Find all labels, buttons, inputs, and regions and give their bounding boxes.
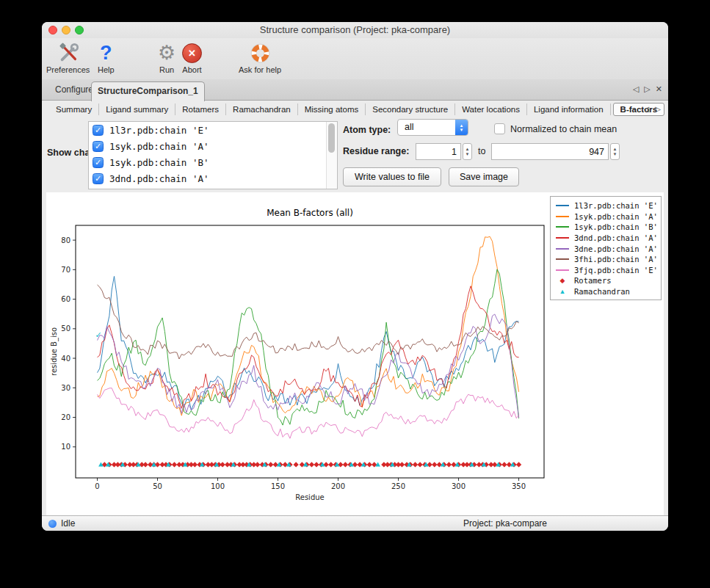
residue-to-field[interactable] [491,143,609,160]
toolbar-ask-for-help-button[interactable]: Ask for help [239,41,281,74]
legend-line-swatch [555,216,570,217]
svg-text:150: 150 [271,482,285,490]
normalized-checkbox[interactable] [494,123,505,134]
main-tab-bar: ConfigureStructureComparison_1 ◁ ▷ ✕ [42,79,668,101]
legend-label: Rotamers [574,276,612,285]
subtab-nav-left-icon[interactable]: ◁ [644,105,650,113]
chain-checkbox[interactable]: ✓ [93,157,104,168]
legend-line-swatch [555,226,570,228]
toolbar-preferences-button[interactable]: Preferences [46,41,90,74]
tab-nav-right-icon[interactable]: ▷ [644,84,650,94]
chain-row[interactable]: ✓3dnd.pdb:chain 'A' [89,170,337,186]
legend-triangle-icon: ▲ [555,288,570,295]
dropdown-stepper-icon[interactable]: ▲▼ [455,120,468,135]
legend-entry: ▲Ramachandran [555,286,658,297]
svg-text:200: 200 [331,482,345,490]
legend-entry: ◆Rotamers [555,275,658,286]
subtab-nav-right-icon[interactable]: ▷ [655,105,661,113]
residue-to-stepper[interactable]: ▲▼ [610,143,620,160]
svg-text:300: 300 [452,482,466,490]
chain-checkbox[interactable]: ✓ [93,141,104,152]
subtab-water-locations[interactable]: Water locations [455,104,527,115]
svg-text:10: 10 [61,443,70,451]
normalized-label: Normalized to chain mean [510,124,617,134]
chain-label: 1l3r.pdb:chain 'E' [109,125,209,136]
svg-text:100: 100 [211,482,225,490]
toolbar-label: Preferences [46,65,90,74]
tab-nav-left-icon[interactable]: ◁ [633,84,639,94]
sub-tabs: SummaryLigand summaryRotamersRamachandra… [49,103,667,116]
legend-entry: 3fhi.pdb:chain 'A' [555,254,658,265]
residue-range-label: Residue range: [343,146,409,156]
svg-text:80: 80 [61,236,70,244]
residue-from-stepper[interactable]: ▲▼ [463,143,472,160]
scrollbar-thumb[interactable] [328,123,335,153]
question-mark-icon: ? [100,41,112,65]
svg-text:Mean B-factors (all): Mean B-factors (all) [267,208,353,218]
status-text: Idle [61,518,75,529]
legend-label: 3fhi.pdb:chain 'A' [574,255,658,264]
chart-legend: 1l3r.pdb:chain 'E'1syk.pdb:chain 'A'1syk… [550,196,662,300]
chain-row[interactable]: ✓1l3r.pdb:chain 'E' [89,122,337,138]
legend-entry: 1syk.pdb:chain 'B' [555,222,658,233]
legend-entry: 3dnd.pdb:chain 'A' [555,233,658,244]
svg-text:350: 350 [512,482,526,490]
toolbar-help-button[interactable]: ?Help [98,41,115,74]
chart-panel: 0501001502002503003501020304050607080✓Me… [46,192,664,515]
svg-text:residue B_iso: residue B_iso [50,327,59,376]
atom-type-dropdown[interactable]: all ▲▼ [397,119,468,136]
to-label: to [478,146,485,156]
svg-text:50: 50 [61,324,70,333]
chain-label: 1syk.pdb:chain 'A' [109,141,209,152]
residue-from-field[interactable] [416,143,461,160]
app-window: Structure comparison (Project: pka-compa… [42,22,668,531]
legend-entry: 3dne.pdb:chain 'A' [555,243,658,254]
tools-icon [57,41,79,65]
status-dot-icon [48,520,57,528]
controls-panel: Show chains: ✓1l3r.pdb:chain 'E'✓1syk.pd… [42,118,668,192]
chain-checkbox[interactable]: ✓ [93,125,104,136]
titlebar[interactable]: Structure comparison (Project: pka-compa… [42,22,668,38]
subtab-missing-atoms[interactable]: Missing atoms [298,104,366,115]
chain-row[interactable]: ✓1syk.pdb:chain 'B' [89,154,337,170]
toolbar-label: Ask for help [239,65,281,74]
legend-line-swatch [555,258,570,260]
svg-text:250: 250 [391,482,405,490]
desktop-background: Structure comparison (Project: pka-compa… [0,0,710,588]
save-image-button[interactable]: Save image [449,167,519,186]
chain-checkbox[interactable]: ✓ [93,173,104,184]
svg-text:20: 20 [61,413,70,421]
chain-label: 1syk.pdb:chain 'B' [109,157,209,168]
toolbar-label: Help [98,65,115,74]
toolbar-run-button[interactable]: ⚙Run [158,41,175,74]
subtab-ligand-summary[interactable]: Ligand summary [99,104,175,115]
legend-line-swatch [555,269,570,271]
legend-label: 1syk.pdb:chain 'B' [574,222,658,231]
tab-structurecomparison-1[interactable]: StructureComparison_1 [91,81,205,101]
svg-text:70: 70 [61,266,70,274]
svg-text:60: 60 [61,295,70,303]
subtab-secondary-structure[interactable]: Secondary structure [366,104,455,115]
write-values-button[interactable]: Write values to file [343,167,441,186]
chain-row[interactable]: ✓1syk.pdb:chain 'A' [89,138,337,154]
legend-label: 3dnd.pdb:chain 'A' [574,233,658,242]
subtab-summary[interactable]: Summary [49,104,99,115]
atom-type-label: Atom type: [343,125,391,135]
chain-list[interactable]: ✓1l3r.pdb:chain 'E'✓1syk.pdb:chain 'A'✓1… [88,121,338,189]
atom-type-value: all [405,122,414,132]
legend-line-swatch [555,205,570,206]
subtab-rotamers[interactable]: Rotamers [175,104,226,115]
subtab-ligand-information[interactable]: Ligand information [527,104,611,115]
svg-text:0: 0 [95,482,99,490]
legend-entry: 3fjq.pdb:chain 'E' [555,265,658,276]
subtab-ramachandran[interactable]: Ramachandran [226,104,298,115]
svg-text:✓: ✓ [95,330,102,340]
toolbar-abort-button[interactable]: ✕Abort [182,41,202,74]
legend-label: 1syk.pdb:chain 'A' [574,212,658,221]
chain-list-scrollbar[interactable] [326,122,337,189]
legend-entry: 1syk.pdb:chain 'A' [555,211,658,222]
legend-label: 3dne.pdb:chain 'A' [574,244,658,253]
toolbar-label: Run [159,65,174,74]
legend-line-swatch [555,248,570,250]
tab-close-icon[interactable]: ✕ [656,84,662,94]
